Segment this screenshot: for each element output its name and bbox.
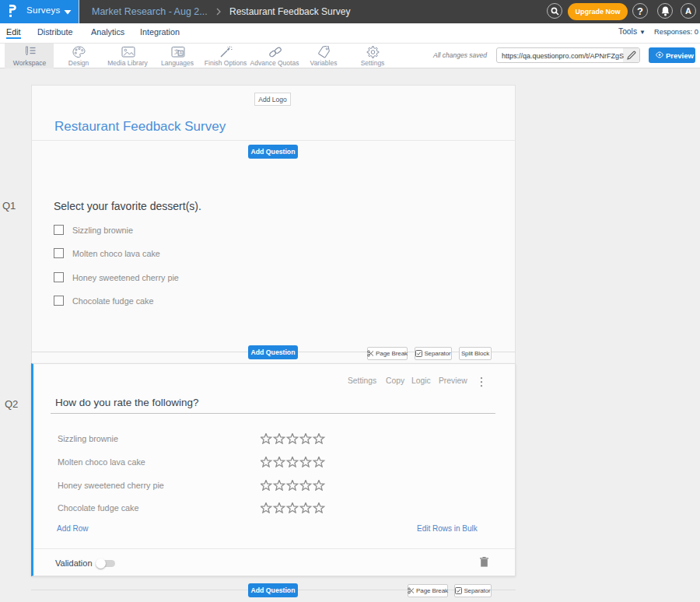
svg-text:A: A [180, 51, 183, 55]
